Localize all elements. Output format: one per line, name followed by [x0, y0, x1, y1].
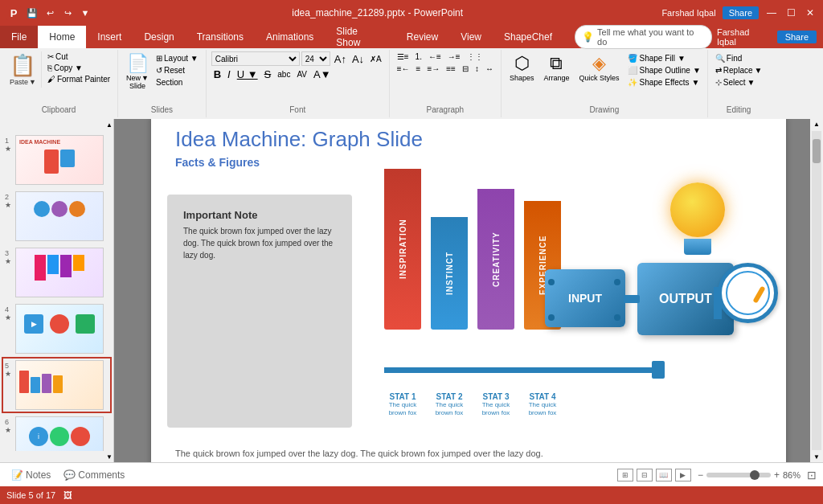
zoom-slider[interactable] — [706, 473, 771, 477]
tab-animations[interactable]: Animations — [255, 26, 325, 48]
shadow-button[interactable]: abc — [275, 69, 293, 80]
tab-shapechef[interactable]: ShapeChef — [493, 26, 563, 48]
slidesorter-view-button[interactable]: ⊟ — [637, 469, 653, 481]
align-left-button[interactable]: ≡← — [395, 64, 412, 74]
zoom-in-button[interactable]: + — [774, 469, 780, 481]
tab-design[interactable]: Design — [133, 26, 185, 48]
comments-label: Comments — [78, 469, 125, 481]
bold-button[interactable]: B — [211, 68, 223, 81]
scroll-down-arrow[interactable]: ▼ — [105, 451, 113, 462]
zoom-level[interactable]: 86% — [783, 470, 800, 480]
slide-thumb-6[interactable]: 6 ★ i — [3, 415, 110, 451]
app-icon: P — [6, 6, 21, 20]
align-center-button[interactable]: ≡ — [414, 64, 424, 74]
close-button[interactable]: ✕ — [804, 6, 817, 19]
replace-button[interactable]: ⇄ Replace ▼ — [713, 65, 765, 76]
font-name-select[interactable]: Calibri — [211, 51, 300, 66]
zoom-out-button[interactable]: − — [698, 469, 703, 481]
increase-indent-button[interactable]: →≡ — [445, 51, 463, 62]
charspace-button[interactable]: AV — [294, 69, 309, 80]
scroll-down-btn[interactable]: ▼ — [812, 452, 821, 462]
cut-button[interactable]: ✂ Cut — [45, 51, 113, 62]
save-button[interactable]: 💾 — [24, 5, 40, 21]
shape-fill-label: Shape Fill — [640, 54, 675, 63]
reset-button[interactable]: ↺ Reset — [154, 65, 201, 76]
align-right-button[interactable]: ≡→ — [424, 64, 442, 74]
slide-thumb-3[interactable]: 3 ★ — [3, 246, 110, 299]
arrange-button[interactable]: ⧉ Arrange — [540, 51, 572, 88]
scrollbar-thumb[interactable] — [813, 139, 821, 163]
share-button[interactable]: Share — [723, 6, 759, 19]
tab-slideshow[interactable]: Slide Show — [325, 26, 395, 48]
linespace-button[interactable]: ↕ — [473, 64, 481, 74]
clipboard-group: 📋 Paste ▼ ✂ Cut ⎘ Copy ▼ 🖌 Format Painte… — [0, 50, 118, 117]
increase-font-button[interactable]: A↑ — [332, 52, 349, 66]
quick-styles-button[interactable]: ◈ Quick Styles — [576, 51, 623, 88]
bullets-button[interactable]: ☰≡ — [395, 51, 412, 62]
window-title: idea_machine_21289.pptx - PowerPoint — [292, 7, 463, 18]
shape-outline-button[interactable]: ⬜ Shape Outline ▼ — [626, 65, 702, 76]
slide-thumb-5[interactable]: 5 ★ — [3, 359, 110, 412]
slide-thumb-2[interactable]: 2 ★ — [3, 190, 110, 243]
find-icon: 🔍 — [715, 54, 725, 63]
strikethrough-button[interactable]: S — [262, 68, 274, 81]
tab-view[interactable]: View — [449, 26, 493, 48]
stat-1-num: STAT 1 — [384, 392, 421, 401]
normal-view-button[interactable]: ⊞ — [617, 469, 633, 481]
italic-button[interactable]: I — [225, 68, 233, 81]
editing-group: 🔍 Find ⇄ Replace ▼ ⊹ Select ▼ Editing — [708, 50, 770, 117]
comments-button[interactable]: 💬 Comments — [59, 468, 129, 482]
slide-content[interactable]: Idea Machine: Graph Slide Facts & Figure… — [151, 119, 786, 462]
tab-transitions[interactable]: Transitions — [186, 26, 255, 48]
tab-review[interactable]: Review — [395, 26, 449, 48]
slideshow-view-button[interactable]: ▶ — [675, 469, 691, 481]
paste-button[interactable]: 📋 Paste ▼ — [5, 51, 42, 88]
find-button[interactable]: 🔍 Find — [713, 53, 765, 64]
vertical-scrollbar[interactable]: ▲ ▼ — [810, 119, 823, 462]
tab-home[interactable]: Home — [38, 26, 86, 48]
undo-button[interactable]: ↩ — [42, 5, 58, 21]
paragraph-group: ☰≡ 1. ←≡ →≡ ⋮⋮ ≡← ≡ ≡→ ≡≡ ⊟ ↕ ↔ Paragrap… — [390, 50, 502, 117]
shape-fill-button[interactable]: 🪣 Shape Fill ▼ — [626, 53, 702, 64]
underline-button[interactable]: U ▼ — [235, 68, 260, 81]
layout-button[interactable]: ⊞ Layout ▼ — [154, 53, 201, 64]
numbering-button[interactable]: 1. — [413, 51, 424, 62]
section-button[interactable]: Section — [154, 77, 201, 88]
copy-button[interactable]: ⎘ Copy ▼ — [45, 63, 113, 73]
textdir-button[interactable]: ↔ — [483, 64, 496, 74]
format-painter-button[interactable]: 🖌 Format Painter — [45, 74, 113, 84]
columns-button[interactable]: ⊟ — [460, 64, 471, 74]
zoom-slider-thumb[interactable] — [750, 470, 760, 480]
share-ribbon-btn[interactable]: Share — [777, 26, 823, 48]
tab-insert[interactable]: Insert — [86, 26, 133, 48]
minimize-button[interactable]: — — [765, 6, 778, 19]
notes-button[interactable]: 📝 Notes — [6, 468, 55, 482]
shapes-button[interactable]: ⬡ Shapes — [506, 51, 538, 88]
fit-slide-button[interactable]: ⊡ — [807, 469, 817, 481]
slide-thumb-4[interactable]: 4 ★ ▶ — [3, 302, 110, 355]
smartart-button[interactable]: ⋮⋮ — [465, 51, 485, 62]
new-slide-button[interactable]: 📄 New ▼ Slide — [123, 51, 152, 92]
customize-button[interactable]: ▼ — [77, 5, 93, 21]
slide-thumb-1[interactable]: 1 ★ IDEA MACHINE — [3, 133, 110, 186]
scroll-up-arrow[interactable]: ▲ — [105, 119, 113, 130]
decrease-font-button[interactable]: A↓ — [350, 52, 366, 66]
shape-effects-button[interactable]: ✨ Shape Effects ▼ — [626, 77, 702, 88]
machine-input: INPUT — [545, 269, 625, 327]
decrease-indent-button[interactable]: ←≡ — [426, 51, 444, 62]
titlebar: P 💾 ↩ ↪ ▼ idea_machine_21289.pptx - Powe… — [0, 0, 823, 26]
comments-icon: 💬 — [63, 469, 76, 481]
scroll-up-btn[interactable]: ▲ — [812, 119, 821, 129]
help-search[interactable]: 💡 Tell me what you want to do — [575, 25, 712, 49]
font-size-select[interactable]: 24 — [301, 51, 330, 66]
stat-2: STAT 2 The quickbrown fox — [431, 392, 468, 418]
clear-format-button[interactable]: ✗A — [367, 52, 384, 66]
select-button[interactable]: ⊹ Select ▼ — [713, 77, 765, 88]
fontcolor-button[interactable]: A▼ — [311, 68, 334, 81]
justify-button[interactable]: ≡≡ — [444, 64, 458, 74]
reading-view-button[interactable]: 📖 — [656, 469, 672, 481]
tab-file[interactable]: File — [0, 26, 38, 48]
redo-button[interactable]: ↪ — [59, 5, 76, 21]
slide-canvas[interactable]: ▲ ▼ Idea Machine: Graph Slide Facts & Fi… — [114, 119, 823, 462]
maximize-button[interactable]: ☐ — [784, 6, 797, 19]
